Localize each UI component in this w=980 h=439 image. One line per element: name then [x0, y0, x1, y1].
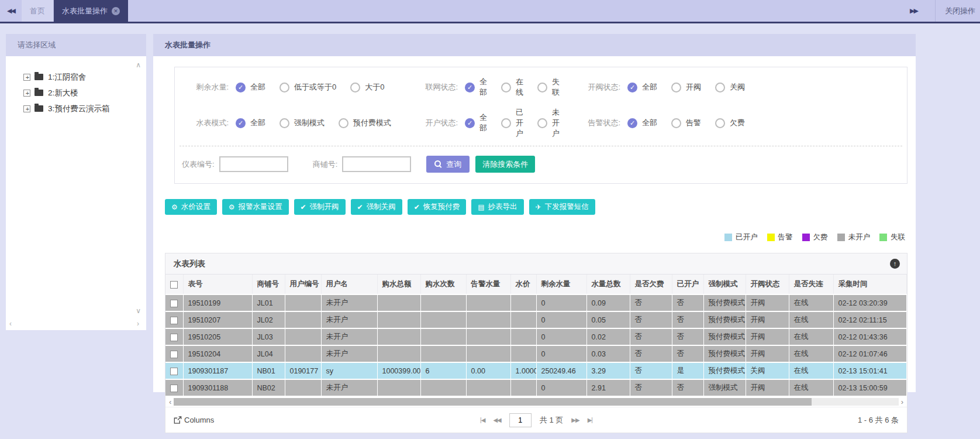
radio-option[interactable]: 告警 — [671, 118, 701, 128]
radio-icon[interactable] — [627, 83, 637, 92]
select-all-checkbox[interactable] — [170, 281, 178, 289]
radio-option[interactable]: 开阀 — [671, 82, 701, 92]
radio-option[interactable]: 全部 — [627, 118, 657, 128]
radio-icon[interactable] — [350, 83, 360, 92]
radio-icon[interactable] — [671, 118, 681, 128]
radio-icon[interactable] — [627, 118, 637, 128]
scroll-top-icon[interactable]: ↑ — [890, 259, 900, 269]
action-button[interactable]: 水价设置 — [165, 199, 217, 215]
column-header[interactable]: 告警水量 — [466, 275, 510, 294]
radio-option[interactable]: 关阀 — [715, 82, 745, 92]
row-checkbox[interactable] — [170, 317, 178, 324]
radio-icon[interactable] — [501, 83, 511, 92]
radio-icon[interactable] — [537, 83, 547, 92]
radio-option[interactable]: 强制模式 — [279, 118, 325, 128]
radio-option[interactable]: 在线 — [501, 77, 523, 98]
column-header[interactable]: 水量总数 — [586, 275, 630, 294]
radio-option[interactable]: 预付费模式 — [339, 118, 391, 128]
radio-option[interactable]: 全部 — [465, 112, 487, 133]
action-button[interactable]: 强制关阀 — [351, 199, 402, 215]
radio-option[interactable]: 低于或等于0 — [279, 82, 336, 92]
tree-scroll-down-icon[interactable]: ∨ — [136, 307, 141, 315]
radio-icon[interactable] — [715, 83, 725, 92]
radio-option[interactable]: 全部 — [236, 118, 265, 128]
scroll-tabs-left-icon[interactable]: ◀◀ — [0, 7, 22, 15]
hscroll-right-icon[interactable]: › — [899, 397, 906, 406]
column-header[interactable]: 商铺号 — [252, 275, 285, 294]
column-header[interactable]: 用户名 — [321, 275, 377, 294]
radio-icon[interactable] — [339, 118, 348, 128]
row-checkbox[interactable] — [170, 300, 178, 307]
row-checkbox[interactable] — [170, 334, 178, 341]
next-page-icon[interactable]: ▶▶ — [571, 417, 579, 423]
tree-node[interactable]: 2:新大楼 — [23, 85, 146, 101]
column-header[interactable]: 开阀状态 — [746, 275, 789, 294]
tree-node[interactable]: 1:江阴宿舍 — [23, 69, 146, 85]
close-operations-menu[interactable]: 关闭操作 — [936, 6, 980, 16]
meter-no-input[interactable] — [219, 156, 288, 172]
column-header[interactable]: 采集时间 — [833, 275, 907, 294]
row-checkbox[interactable] — [170, 368, 178, 375]
radio-option[interactable]: 全部 — [236, 82, 265, 92]
radio-option[interactable]: 全部 — [465, 77, 487, 98]
column-header[interactable]: 购水总额 — [377, 275, 420, 294]
action-button[interactable]: 下发报警短信 — [529, 199, 595, 215]
action-button[interactable]: 强制开阀 — [294, 199, 346, 215]
last-page-icon[interactable]: ▶| — [588, 417, 592, 423]
hscroll-thumb[interactable] — [174, 398, 812, 406]
table-row[interactable]: 19510204JL04未开户00.03否否预付费模式开阀在线02-12 01:… — [165, 345, 907, 362]
radio-option[interactable]: 欠费 — [715, 118, 745, 128]
scroll-tabs-right-icon[interactable]: ▶▶ — [892, 7, 935, 15]
table-row[interactable]: 19510199JL01未开户00.09否否预付费模式开阀在线02-12 03:… — [165, 294, 907, 311]
query-button[interactable]: 查询 — [426, 156, 470, 173]
column-header[interactable]: 水价 — [510, 275, 536, 294]
radio-icon[interactable] — [236, 118, 246, 128]
radio-icon[interactable] — [465, 118, 475, 128]
action-button[interactable]: 抄表导出 — [471, 199, 523, 215]
column-header[interactable]: 购水次数 — [420, 275, 466, 294]
table-row[interactable]: 19510205JL03未开户00.02否否预付费模式开阀在线02-12 01:… — [165, 328, 907, 345]
radio-option[interactable]: 未开户 — [537, 107, 560, 139]
shop-no-input[interactable] — [342, 156, 411, 172]
action-button[interactable]: 报警水量设置 — [222, 199, 289, 215]
tree-node[interactable]: 3:预付费云演示箱 — [23, 101, 146, 116]
tab-meter-batch-operation[interactable]: 水表批量操作 — [54, 0, 128, 22]
tree-scroll-left-icon[interactable]: ‹ — [9, 320, 12, 328]
column-header[interactable]: 剩余水量 — [536, 275, 586, 294]
table-row[interactable]: 1909301188NB02未开户02.91否否强制模式开阀在线02-13 15… — [165, 379, 907, 396]
previous-page-icon[interactable]: ◀◀ — [493, 417, 501, 423]
radio-icon[interactable] — [715, 118, 725, 128]
radio-icon[interactable] — [537, 118, 547, 128]
tree-scroll-up-icon[interactable]: ∧ — [136, 61, 141, 69]
radio-option[interactable]: 大于0 — [350, 82, 384, 92]
radio-icon[interactable] — [279, 118, 289, 128]
table-row[interactable]: 1909301187NB010190177sy1000399.0060.001.… — [165, 362, 907, 379]
hscroll-left-icon[interactable]: ‹ — [167, 397, 174, 406]
clear-search-button[interactable]: 清除搜索条件 — [475, 156, 535, 173]
column-header[interactable]: 已开户 — [672, 275, 703, 294]
expand-icon[interactable] — [23, 105, 30, 112]
tab-home[interactable]: 首页 — [22, 0, 54, 22]
column-header[interactable]: 是否欠费 — [630, 275, 672, 294]
column-header[interactable]: 是否失连 — [789, 275, 833, 294]
table-row[interactable]: 19510207JL02未开户00.05否否预付费模式开阀在线02-12 02:… — [165, 311, 907, 328]
radio-icon[interactable] — [501, 118, 511, 128]
radio-icon[interactable] — [236, 83, 246, 92]
radio-icon[interactable] — [279, 83, 289, 92]
radio-icon[interactable] — [671, 83, 681, 92]
expand-icon[interactable] — [23, 74, 30, 81]
radio-icon[interactable] — [465, 83, 475, 92]
radio-option[interactable]: 失联 — [537, 77, 560, 98]
first-page-icon[interactable]: |◀ — [480, 417, 485, 423]
radio-option[interactable]: 全部 — [627, 82, 657, 92]
row-checkbox[interactable] — [170, 385, 178, 392]
tree-scroll-right-icon[interactable]: › — [137, 320, 139, 328]
hscroll-track[interactable] — [174, 398, 898, 406]
row-checkbox[interactable] — [170, 351, 178, 358]
page-number-input[interactable] — [509, 413, 532, 427]
action-button[interactable]: 恢复预付费 — [408, 199, 467, 215]
columns-button[interactable]: Columns — [174, 416, 214, 424]
column-header[interactable]: 用户编号 — [285, 275, 321, 294]
column-header[interactable]: 强制模式 — [703, 275, 746, 294]
tab-close-icon[interactable] — [112, 7, 120, 15]
